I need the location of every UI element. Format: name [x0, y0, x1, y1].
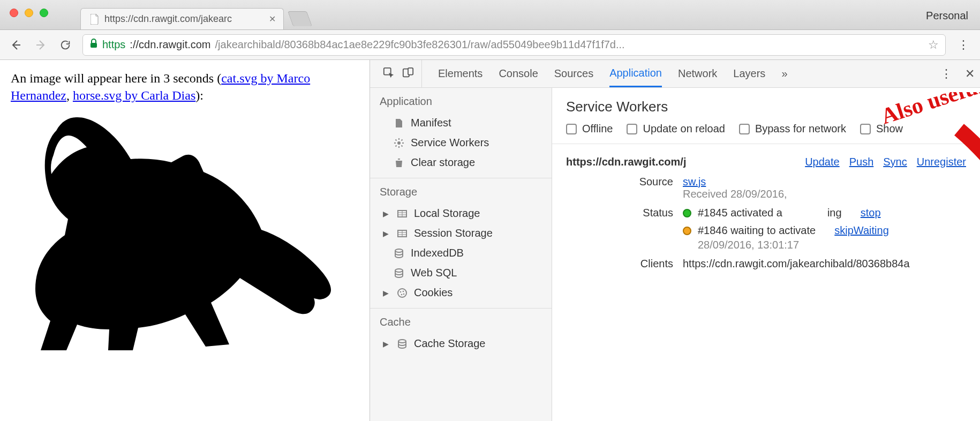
- trash-icon: [394, 157, 404, 168]
- sidebar-item-local-storage[interactable]: ▶ Local Storage: [370, 204, 552, 223]
- file-icon: [91, 14, 99, 25]
- svg-point-11: [403, 290, 404, 292]
- checkbox-icon: [566, 124, 577, 134]
- sidebar-section-storage: Storage: [370, 178, 552, 204]
- gear-icon: [394, 138, 404, 148]
- sidebar-item-clear-storage[interactable]: Clear storage: [370, 153, 552, 172]
- sidebar-item-service-workers[interactable]: Service Workers: [370, 133, 552, 153]
- devtools-menu-icon[interactable]: ⋮: [940, 67, 952, 81]
- device-toolbar-icon[interactable]: [402, 67, 414, 81]
- grid-icon: [397, 228, 408, 239]
- checkbox-show[interactable]: Show: [860, 123, 903, 135]
- checkbox-offline[interactable]: Offline: [566, 123, 613, 135]
- sidebar-item-manifest[interactable]: Manifest: [370, 113, 552, 133]
- caret-icon: ▶: [383, 229, 390, 238]
- database-icon: [397, 339, 408, 349]
- database-icon: [394, 248, 404, 259]
- svg-rect-0: [91, 43, 97, 48]
- sidebar-item-indexeddb[interactable]: IndexedDB: [370, 243, 552, 263]
- tab-application[interactable]: Application: [609, 60, 662, 87]
- document-icon: [394, 118, 404, 129]
- checkbox-bypass-network[interactable]: Bypass for network: [739, 123, 846, 135]
- sidebar-item-cookies[interactable]: ▶ Cookies: [370, 283, 552, 303]
- tab-layers[interactable]: Layers: [733, 60, 765, 87]
- sw-options-row: Offline Update on reload Bypass for netw…: [552, 123, 980, 144]
- sw-origin-row: https://cdn.rawgit.com/j Update Push Syn…: [552, 144, 980, 171]
- devtools-panel: Elements Console Sources Application Net…: [370, 60, 980, 421]
- sw-status-waiting-row: #1846 waiting to activate skipWaiting: [683, 224, 966, 237]
- label-clients: Clients: [566, 255, 673, 270]
- devtools-body: Application Manifest Service Workers Cle…: [370, 88, 980, 421]
- checkbox-update-on-reload[interactable]: Update on reload: [627, 123, 725, 135]
- sw-stop-link[interactable]: stop: [861, 207, 881, 219]
- sw-source-received: Received 28/09/2016,: [683, 188, 787, 200]
- sw-action-sync[interactable]: Sync: [883, 156, 907, 168]
- caret-icon: ▶: [383, 289, 390, 297]
- tabs-overflow[interactable]: »: [781, 60, 787, 87]
- cat-image: [11, 107, 343, 353]
- sidebar-section-cache: Cache: [370, 309, 552, 334]
- traffic-lights: [10, 9, 48, 17]
- sw-waiting-time: 28/09/2016, 13:01:17: [698, 239, 966, 251]
- sidebar-section-application: Application: [370, 88, 552, 113]
- sw-clients-url: https://cdn.rawgit.com/jakearchibald/803…: [683, 255, 966, 270]
- back-button[interactable]: [9, 37, 24, 52]
- maximize-window-button[interactable]: [40, 9, 48, 17]
- sw-action-update[interactable]: Update: [805, 156, 840, 168]
- tabstrip: https://cdn.rawgit.com/jakearc ✕: [80, 0, 310, 29]
- reload-button[interactable]: [58, 37, 73, 52]
- chrome-menu-button[interactable]: ⋮: [955, 38, 971, 52]
- link-horse-svg[interactable]: horse.svg by Carla Dias: [73, 88, 195, 102]
- close-window-button[interactable]: [10, 9, 18, 17]
- sidebar-item-session-storage[interactable]: ▶ Session Storage: [370, 223, 552, 243]
- tab-console[interactable]: Console: [499, 60, 538, 87]
- forward-button[interactable]: [33, 37, 48, 52]
- cookie-icon: [397, 288, 408, 298]
- devtools-close-icon[interactable]: ✕: [965, 67, 975, 81]
- svg-rect-3: [408, 67, 413, 74]
- titlebar: https://cdn.rawgit.com/jakearc ✕ Persona…: [0, 0, 980, 30]
- sw-status-waiting: #1846 waiting to activate: [698, 224, 816, 237]
- page-viewport: An image will appear here in 3 seconds (…: [0, 60, 370, 421]
- address-bar[interactable]: https://cdn.rawgit.com/jakearchibald/803…: [82, 34, 946, 56]
- profile-label[interactable]: Personal: [926, 10, 968, 22]
- url-scheme: https: [102, 39, 125, 51]
- sidebar-item-websql[interactable]: Web SQL: [370, 263, 552, 283]
- toolbar: https://cdn.rawgit.com/jakearchibald/803…: [0, 30, 980, 60]
- tab-elements[interactable]: Elements: [438, 60, 483, 87]
- svg-point-9: [398, 289, 406, 297]
- minimize-window-button[interactable]: [25, 9, 33, 17]
- sw-status-active: #1845 activated a: [698, 207, 782, 219]
- database-icon: [394, 268, 404, 279]
- url-host: ://cdn.rawgit.com: [130, 39, 210, 51]
- svg-point-14: [398, 340, 406, 343]
- devtools-toolbar-icons: [375, 60, 422, 87]
- close-tab-icon[interactable]: ✕: [269, 14, 276, 24]
- inspect-element-icon[interactable]: [383, 67, 395, 81]
- checkbox-icon: [627, 124, 637, 134]
- svg-point-13: [403, 293, 405, 295]
- application-sidebar: Application Manifest Service Workers Cle…: [370, 88, 552, 421]
- browser-tab[interactable]: https://cdn.rawgit.com/jakearc ✕: [80, 8, 284, 29]
- svg-point-12: [401, 294, 403, 295]
- content-area: An image will appear here in 3 seconds (…: [0, 60, 980, 421]
- checkbox-icon: [860, 124, 871, 134]
- new-tab-button[interactable]: [288, 11, 312, 26]
- sw-origin-url: https://cdn.rawgit.com/j: [566, 156, 686, 168]
- sidebar-item-cache-storage[interactable]: ▶ Cache Storage: [370, 334, 552, 354]
- caret-icon: ▶: [383, 340, 390, 348]
- tab-sources[interactable]: Sources: [554, 60, 593, 87]
- caret-icon: ▶: [383, 209, 390, 218]
- sw-skipwaiting-link[interactable]: skipWaiting: [834, 224, 889, 237]
- sw-source-link[interactable]: sw.js: [683, 176, 706, 187]
- tab-network[interactable]: Network: [678, 60, 717, 87]
- url-path: /jakearchibald/80368b84ac1ae8e229fc90b3f…: [215, 39, 625, 51]
- svg-point-7: [395, 249, 403, 252]
- sw-action-push[interactable]: Push: [849, 156, 874, 168]
- bookmark-star-icon[interactable]: ☆: [928, 38, 939, 52]
- svg-point-10: [400, 291, 402, 292]
- sw-status-active-suffix: ing: [827, 207, 842, 219]
- svg-point-8: [395, 269, 403, 272]
- sw-action-unregister[interactable]: Unregister: [917, 156, 966, 168]
- label-source: Source: [566, 174, 673, 188]
